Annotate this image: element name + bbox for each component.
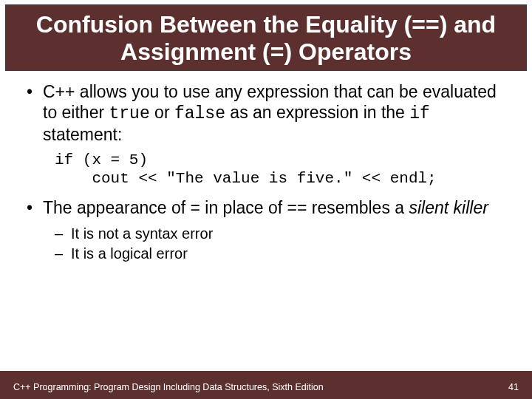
bullet-marker: – bbox=[55, 244, 71, 264]
code-run: if bbox=[409, 104, 430, 123]
bullet-item: • The appearance of = in place of == res… bbox=[22, 197, 510, 218]
sub-bullet-item: – It is a logical error bbox=[55, 244, 510, 264]
bullet-marker: • bbox=[22, 197, 43, 218]
code-run: false bbox=[174, 104, 225, 123]
text-run: or bbox=[150, 103, 174, 122]
bullet-marker: • bbox=[22, 81, 43, 145]
code-run: true bbox=[109, 104, 150, 123]
bullet-item: • C++ allows you to use any expression t… bbox=[22, 81, 510, 145]
sub-bullet-text: It is a logical error bbox=[71, 244, 510, 264]
title-bar: Confusion Between the Equality (==) and … bbox=[5, 4, 527, 71]
bullet-marker: – bbox=[55, 224, 71, 244]
text-run: The appearance of = in place of == resem… bbox=[43, 198, 409, 217]
slide: Confusion Between the Equality (==) and … bbox=[0, 4, 532, 399]
bullet-text: C++ allows you to use any expression tha… bbox=[43, 81, 510, 145]
footer-book-title: C++ Programming: Program Design Includin… bbox=[13, 382, 324, 392]
sub-bullet-item: – It is not a syntax error bbox=[55, 224, 510, 244]
text-run: as an expression in the bbox=[225, 103, 409, 122]
content-area: • C++ allows you to use any expression t… bbox=[0, 71, 532, 264]
bullet-text: The appearance of = in place of == resem… bbox=[43, 197, 510, 218]
footer-bar: C++ Programming: Program Design Includin… bbox=[0, 371, 532, 399]
footer-page-number: 41 bbox=[508, 382, 519, 392]
code-block: if (x = 5) cout << "The value is five." … bbox=[55, 151, 510, 188]
emphasis-run: silent killer bbox=[409, 198, 488, 217]
text-run: statement: bbox=[43, 125, 122, 144]
slide-title: Confusion Between the Equality (==) and … bbox=[12, 11, 520, 66]
sub-bullet-text: It is not a syntax error bbox=[71, 224, 510, 244]
